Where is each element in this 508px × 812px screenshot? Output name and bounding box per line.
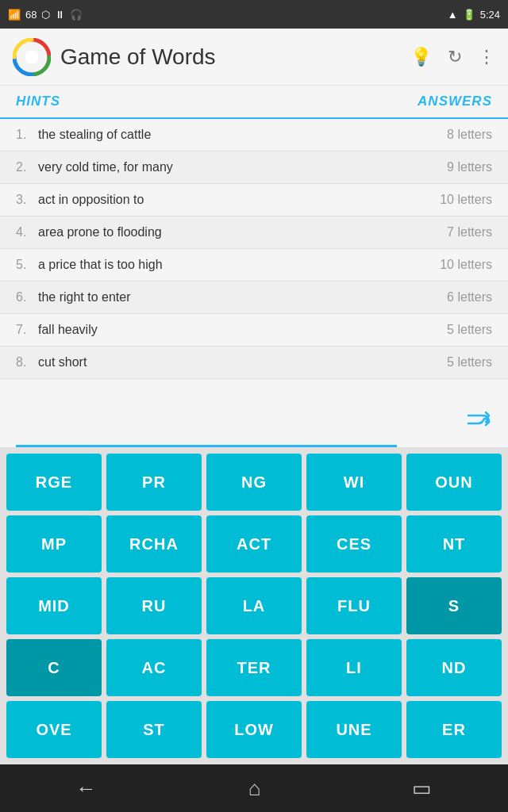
hint-text: the stealing of cattle xyxy=(38,128,447,142)
hint-number: 5. xyxy=(16,258,35,272)
key-button-c[interactable]: C xyxy=(6,639,102,696)
hint-number: 1. xyxy=(16,128,35,142)
hint-letters: 5 letters xyxy=(447,323,492,337)
hint-row: 8. cut short 5 letters xyxy=(0,347,508,379)
home-button[interactable]: ⌂ xyxy=(248,776,261,801)
status-right-icons: ▲ 🔋 5:24 xyxy=(448,9,500,21)
lightbulb-button[interactable]: 💡 xyxy=(410,47,432,67)
hint-text: a price that is too high xyxy=(38,258,440,272)
hint-letters: 6 letters xyxy=(447,290,492,304)
key-button-er[interactable]: ER xyxy=(406,701,502,758)
hint-number: 8. xyxy=(16,355,35,370)
time-display: 5:24 xyxy=(480,9,500,21)
key-button-ces[interactable]: CES xyxy=(306,515,402,573)
nav-bar: ← ⌂ ▭ xyxy=(0,764,508,812)
recent-button[interactable]: ▭ xyxy=(412,776,432,801)
app-bar: Game of Words 💡 ↻ ⋮ xyxy=(0,29,508,86)
hint-text: the right to enter xyxy=(38,290,447,304)
app-logo xyxy=(13,38,51,76)
key-button-oun[interactable]: OUN xyxy=(406,454,502,511)
hint-number: 7. xyxy=(16,323,35,337)
hint-number: 4. xyxy=(16,225,35,239)
key-button-nt[interactable]: NT xyxy=(406,515,502,573)
hint-letters: 9 letters xyxy=(447,160,492,174)
hint-text: fall heavily xyxy=(38,323,447,337)
hint-letters: 10 letters xyxy=(440,193,492,207)
key-grid: RGEPRNGWIOUNMPRCHAACTCESNTMIDRULAFLUSCAC… xyxy=(6,454,502,758)
keyboard-area: RGEPRNGWIOUNMPRCHAACTCESNTMIDRULAFLUSCAC… xyxy=(0,447,508,764)
hint-row: 7. fall heavily 5 letters xyxy=(0,314,508,347)
key-button-rcha[interactable]: RCHA xyxy=(106,515,202,573)
hint-number: 3. xyxy=(16,193,35,207)
key-button-s[interactable]: S xyxy=(406,577,502,634)
key-button-mp[interactable]: MP xyxy=(6,515,102,573)
hint-row: 6. the right to enter 6 letters xyxy=(0,282,508,314)
svg-point-1 xyxy=(25,51,38,63)
battery-icon: 🔋 xyxy=(463,9,475,21)
key-button-rge[interactable]: RGE xyxy=(6,454,102,511)
pause-icon: ⏸ xyxy=(55,9,65,21)
android-icon: ⬡ xyxy=(41,9,50,21)
key-button-li[interactable]: LI xyxy=(306,639,402,696)
status-left-icons: 📶 68 ⬡ ⏸ 🎧 xyxy=(8,9,83,21)
hint-row: 2. very cold time, for many 9 letters xyxy=(0,151,508,184)
key-button-act[interactable]: ACT xyxy=(206,515,302,573)
hints-list: 1. the stealing of cattle 8 letters 2. v… xyxy=(0,119,508,379)
hint-row: 4. area prone to flooding 7 letters xyxy=(0,216,508,249)
hint-text: very cold time, for many xyxy=(38,160,447,174)
key-button-low[interactable]: LOW xyxy=(206,701,302,758)
hints-label: HINTS xyxy=(16,94,418,109)
key-button-st[interactable]: ST xyxy=(106,701,202,758)
key-button-ac[interactable]: AC xyxy=(106,639,202,696)
shuffle-button[interactable] xyxy=(467,408,492,434)
hint-letters: 5 letters xyxy=(447,355,492,370)
hint-text: cut short xyxy=(38,355,447,370)
middle-area xyxy=(0,379,508,445)
hint-text: area prone to flooding xyxy=(38,225,447,239)
hint-row: 5. a price that is too high 10 letters xyxy=(0,249,508,282)
headset-icon: 🎧 xyxy=(70,9,83,21)
back-button[interactable]: ← xyxy=(76,776,97,801)
more-options-button[interactable]: ⋮ xyxy=(478,47,495,67)
key-button-une[interactable]: UNE xyxy=(306,701,402,758)
key-button-ove[interactable]: OVE xyxy=(6,701,102,758)
refresh-button[interactable]: ↻ xyxy=(448,47,462,67)
hint-letters: 7 letters xyxy=(447,225,492,239)
key-button-la[interactable]: LA xyxy=(206,577,302,634)
hint-letters: 8 letters xyxy=(447,128,492,142)
main-content: HINTS ANSWERS 1. the stealing of cattle … xyxy=(0,86,508,764)
key-button-flu[interactable]: FLU xyxy=(306,577,402,634)
key-button-mid[interactable]: MID xyxy=(6,577,102,634)
wifi-icon: ▲ xyxy=(448,9,458,21)
battery-temp: 68 xyxy=(25,9,37,21)
table-header: HINTS ANSWERS xyxy=(0,86,508,119)
signal-icon: 📶 xyxy=(8,9,21,21)
hint-number: 2. xyxy=(16,160,35,174)
key-button-nd[interactable]: ND xyxy=(406,639,502,696)
key-button-ter[interactable]: TER xyxy=(206,639,302,696)
hint-row: 1. the stealing of cattle 8 letters xyxy=(0,119,508,151)
hint-text: act in opposition to xyxy=(38,193,440,207)
status-bar: 📶 68 ⬡ ⏸ 🎧 ▲ 🔋 5:24 xyxy=(0,0,508,29)
key-button-pr[interactable]: PR xyxy=(106,454,202,511)
app-bar-icons: 💡 ↻ ⋮ xyxy=(410,47,495,67)
hint-letters: 10 letters xyxy=(440,258,492,272)
key-button-wi[interactable]: WI xyxy=(306,454,402,511)
app-title: Game of Words xyxy=(60,44,410,70)
answers-label: ANSWERS xyxy=(418,94,492,109)
key-button-ru[interactable]: RU xyxy=(106,577,202,634)
key-button-ng[interactable]: NG xyxy=(206,454,302,511)
hint-number: 6. xyxy=(16,290,35,304)
hint-row: 3. act in opposition to 10 letters xyxy=(0,184,508,216)
